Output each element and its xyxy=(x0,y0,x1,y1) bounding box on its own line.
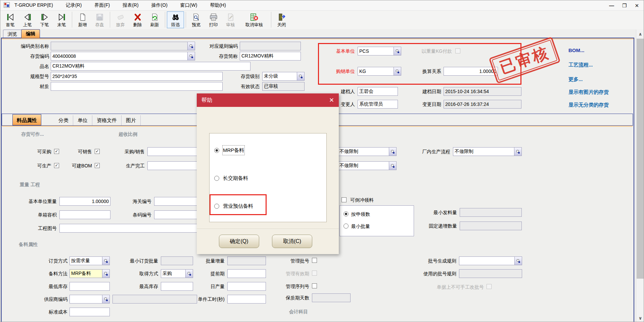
product-name-field[interactable]: CR12MOV精料 xyxy=(51,62,250,71)
link-process-flow[interactable]: 工艺流程... xyxy=(568,62,593,68)
spec-field[interactable]: 250*240*35 xyxy=(51,72,223,81)
link-show-unclassified[interactable]: 显示无分类的存货 xyxy=(568,102,609,108)
manage-batch-checkbox[interactable] xyxy=(312,258,317,263)
acquire-method-field[interactable]: 采购 xyxy=(161,269,193,278)
factory-flow-field[interactable]: 不做限制 xyxy=(453,147,522,156)
modifier-value: 系统管理员 xyxy=(358,101,398,107)
limit-field-1[interactable]: 不做限制 xyxy=(338,147,397,156)
lookup-icon[interactable] xyxy=(102,270,109,278)
menu-item-interface[interactable]: 界面(F) xyxy=(93,2,111,9)
subtab-item-classification[interactable]: 分类 xyxy=(54,115,73,125)
option-long-lead-label[interactable]: 长交期备料 xyxy=(223,174,248,183)
lookup-icon[interactable] xyxy=(297,72,304,80)
used-rule-label: 使用的批号规则 xyxy=(412,269,456,278)
batch-rule-field[interactable] xyxy=(459,256,522,265)
drawing-no-field[interactable] xyxy=(59,224,215,233)
link-bom[interactable]: BOM... xyxy=(568,47,585,53)
shelf-days-field[interactable] xyxy=(312,293,351,302)
menu-item-window[interactable]: 窗口(W) xyxy=(179,2,199,9)
prep-method-field[interactable]: MRP备料 xyxy=(70,269,110,278)
dialog-close-icon[interactable]: ✕ xyxy=(329,96,334,104)
lookup-icon[interactable] xyxy=(514,257,522,265)
menu-item-report[interactable]: 报表(R) xyxy=(121,2,140,9)
supplier-code-field[interactable] xyxy=(70,295,110,304)
minimize-icon[interactable]: — xyxy=(609,3,614,8)
sellable-checkbox[interactable] xyxy=(95,149,100,154)
subtab-item-attributes[interactable]: 料品属性 xyxy=(12,114,41,125)
link-more[interactable]: 更多... xyxy=(568,76,583,83)
lookup-icon[interactable] xyxy=(187,42,195,50)
scroll-down-icon[interactable]: ∨ xyxy=(636,314,644,322)
min-issue-field[interactable] xyxy=(460,208,522,217)
tab-browse[interactable]: 浏览 xyxy=(3,30,22,38)
prev-record-button[interactable]: 上笔 xyxy=(19,11,36,28)
link-show-with-images[interactable]: 显示有图片的存货 xyxy=(568,89,609,95)
refresh-button[interactable]: 刷新 xyxy=(146,11,163,28)
stock-code-field[interactable]: 400400008 xyxy=(51,52,195,61)
producible-checkbox[interactable] xyxy=(54,163,59,168)
lookup-icon[interactable] xyxy=(514,148,521,156)
close-icon[interactable]: ✕ xyxy=(635,3,639,8)
tab-edit[interactable]: 编辑 xyxy=(21,29,40,38)
delete-button[interactable]: 删除 xyxy=(129,11,146,28)
used-rule-field[interactable] xyxy=(459,269,522,278)
min-batch-radio[interactable] xyxy=(343,224,349,229)
lookup-icon[interactable] xyxy=(187,52,195,60)
restore-icon[interactable]: ❐ xyxy=(622,3,627,8)
vertical-scrollbar[interactable]: ∧ ∨ xyxy=(636,30,644,322)
print-button[interactable]: 打印 xyxy=(205,11,222,28)
min-stock-field[interactable] xyxy=(70,282,110,291)
by-application-radio[interactable] xyxy=(343,211,349,216)
unit-time-field[interactable] xyxy=(227,295,266,304)
option-mrp-radio[interactable] xyxy=(214,148,219,153)
lookup-icon[interactable] xyxy=(185,270,193,278)
stock-level-field[interactable]: 未分级 xyxy=(262,72,305,81)
menu-item-operation[interactable]: 操作(O) xyxy=(150,2,169,9)
rule-code-field[interactable] xyxy=(240,42,301,50)
backflush-checkbox[interactable] xyxy=(341,197,347,202)
last-record-button[interactable]: 末笔 xyxy=(53,11,70,28)
subtab-item-images[interactable]: 图片 xyxy=(122,115,141,125)
option-mrp-label[interactable]: MRP备料 xyxy=(223,146,244,155)
audit-button: 审核 xyxy=(222,11,239,28)
daily-output-field[interactable] xyxy=(227,282,266,291)
limit-1-value: 不做限制 xyxy=(338,149,389,155)
menu-item-help[interactable]: 帮助(H) xyxy=(209,2,227,9)
subtab-item-units[interactable]: 单位 xyxy=(73,115,92,125)
lookup-icon[interactable] xyxy=(102,295,109,303)
next-record-button[interactable]: 下笔 xyxy=(36,11,53,28)
lookup-icon[interactable] xyxy=(389,162,396,170)
filter-button[interactable]: 筛选 xyxy=(167,11,184,28)
box-volume-field[interactable] xyxy=(59,210,110,219)
ok-button[interactable]: 确定(Q) xyxy=(219,235,259,248)
purchasable-checkbox[interactable] xyxy=(54,149,59,154)
scroll-up-icon[interactable]: ∧ xyxy=(636,30,644,38)
min-order-field[interactable] xyxy=(161,256,193,265)
lead-time-field[interactable] xyxy=(227,269,266,278)
option-long-lead-radio[interactable] xyxy=(214,176,219,181)
unit-weight-field[interactable]: 1.00000 xyxy=(59,197,110,206)
order-method-field[interactable]: 按需求量 xyxy=(70,256,110,265)
limit-field-2[interactable]: 不做限制 xyxy=(338,161,397,170)
menu-item-record[interactable]: 记录(R) xyxy=(64,2,83,9)
bom-buildable-checkbox[interactable] xyxy=(95,163,100,168)
batch-increment-field[interactable] xyxy=(227,256,266,265)
fixed-increment-field[interactable] xyxy=(460,222,522,230)
new-button[interactable]: 新增 xyxy=(74,11,91,28)
first-record-button[interactable]: 首笔 xyxy=(2,11,19,28)
lookup-icon[interactable] xyxy=(102,257,109,265)
lookup-icon[interactable] xyxy=(389,148,396,156)
material-field[interactable] xyxy=(51,82,223,91)
std-cost-field[interactable] xyxy=(70,308,110,316)
menu-item-app[interactable]: T-GROUP ERP(E) xyxy=(13,2,54,9)
close-window-button[interactable]: 关闭 xyxy=(273,11,290,28)
manage-serial-checkbox[interactable] xyxy=(312,283,317,288)
cancel-audit-button[interactable]: 取消审核 xyxy=(239,11,269,28)
max-stock-field[interactable] xyxy=(161,282,193,291)
stock-abbr-field[interactable]: CR12MOV精料 xyxy=(240,52,301,61)
scrollbar-thumb[interactable] xyxy=(637,39,644,279)
cancel-button[interactable]: 取消(C) xyxy=(272,235,312,248)
code-category-field[interactable] xyxy=(51,42,195,50)
preview-button[interactable]: 预览 xyxy=(188,11,205,28)
subtab-item-qualification[interactable]: 资格文件 xyxy=(92,115,122,125)
